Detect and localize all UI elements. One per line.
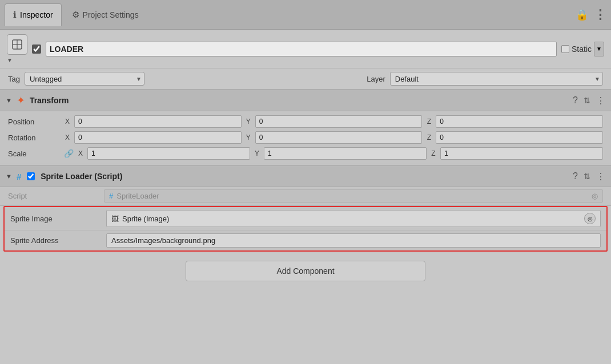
tab-inspector-label: Inspector xyxy=(20,10,53,19)
highlighted-section: Sprite Image 🖼 Sprite (Image) ◎ Sprite A… xyxy=(3,206,608,252)
rotation-x-label: X xyxy=(64,134,71,141)
gameobject-active-checkbox[interactable] xyxy=(32,45,41,54)
add-component-button[interactable]: Add Component xyxy=(186,261,425,281)
sprite-loader-sliders-icon[interactable]: ⇅ xyxy=(584,172,590,181)
sprite-address-value: Assets/Images/background.png xyxy=(106,233,601,248)
static-row: Static ▼ xyxy=(561,42,604,56)
tab-bar-actions: 🔒 ⋮ xyxy=(576,7,606,22)
sprite-loader-section-header: ▼ # Sprite Loader (Script) ? ⇅ ⋮ xyxy=(0,165,611,187)
tag-label: Tag xyxy=(8,75,20,83)
transform-section-header: ▼ ✦ Transform ? ⇅ ⋮ xyxy=(0,90,611,111)
position-x-label: X xyxy=(64,118,71,126)
static-label: Static xyxy=(572,45,592,54)
gameobject-icon-arrow[interactable]: ▼ xyxy=(7,57,13,63)
gameobject-header: ▼ Static ▼ xyxy=(0,30,611,68)
transform-sliders-icon[interactable]: ⇅ xyxy=(584,96,590,105)
rotation-y-label: Y xyxy=(245,134,252,141)
transform-help-icon[interactable]: ? xyxy=(573,95,578,106)
transform-section: Position X Y Z Rotation X Y Z Scale xyxy=(0,111,611,164)
layer-label: Layer xyxy=(367,75,385,83)
scale-z-label: Z xyxy=(430,149,437,157)
sprite-image-text: Sprite (Image) xyxy=(122,215,169,223)
gameobject-icon-wrap: ▼ xyxy=(7,34,27,63)
sprite-loader-help-icon[interactable]: ? xyxy=(573,171,578,181)
sprite-loader-script-section: Script # SpriteLoader ◎ xyxy=(0,187,611,206)
sprite-address-text: Assets/Images/background.png xyxy=(111,236,215,245)
scale-lock-icon[interactable]: 🔗 xyxy=(64,149,74,158)
scale-y-label: Y xyxy=(254,149,260,157)
static-checkbox[interactable] xyxy=(561,45,569,53)
script-value-text: SpriteLoader xyxy=(116,192,159,200)
tab-inspector[interactable]: ℹ Inspector xyxy=(5,3,62,26)
tag-select-wrap[interactable]: Untagged ▼ xyxy=(25,72,144,86)
script-row: Script # SpriteLoader ◎ xyxy=(0,187,611,205)
sprite-loader-chevron[interactable]: ▼ xyxy=(6,173,12,180)
sprite-image-value: 🖼 Sprite (Image) ◎ xyxy=(106,210,601,227)
position-z-label: Z xyxy=(425,118,432,126)
transform-more-icon[interactable]: ⋮ xyxy=(596,95,605,106)
layer-select[interactable]: Default xyxy=(390,72,603,86)
position-label: Position xyxy=(8,118,59,126)
sprite-loader-more-icon[interactable]: ⋮ xyxy=(596,171,605,182)
script-row-label: Script xyxy=(8,192,99,200)
info-icon: ℹ xyxy=(13,10,17,20)
scale-x-input[interactable] xyxy=(87,147,250,160)
position-x-input[interactable] xyxy=(74,115,242,128)
rotation-label: Rotation xyxy=(8,134,59,142)
position-z-input[interactable] xyxy=(436,115,603,128)
transform-scale-row: Scale 🔗 X Y Z xyxy=(0,145,611,161)
layer-select-wrap[interactable]: Default ▼ xyxy=(390,72,603,86)
sprite-loader-active-checkbox[interactable] xyxy=(27,172,35,180)
transform-section-actions: ? ⇅ ⋮ xyxy=(573,95,605,106)
sprite-image-target-btn[interactable]: ◎ xyxy=(584,213,596,224)
transform-position-row: Position X Y Z xyxy=(0,114,611,130)
transform-rotation-row: Rotation X Y Z xyxy=(0,130,611,145)
scale-label: Scale xyxy=(8,149,59,158)
scale-y-input[interactable] xyxy=(264,147,427,160)
tab-project-settings-label: Project Settings xyxy=(83,10,139,19)
gear-icon: ⚙ xyxy=(72,10,79,20)
tab-bar: ℹ Inspector ⚙ Project Settings 🔒 ⋮ xyxy=(0,0,611,30)
gameobject-name-input[interactable] xyxy=(46,42,557,56)
sprite-loader-section-actions: ? ⇅ ⋮ xyxy=(573,171,605,182)
rotation-z-label: Z xyxy=(425,134,432,141)
scale-z-input[interactable] xyxy=(440,147,603,160)
sprite-loader-title: Sprite Loader (Script) xyxy=(41,172,568,181)
gameobject-icon xyxy=(7,34,27,55)
transform-title: Transform xyxy=(30,96,568,105)
inspector-panel: ℹ Inspector ⚙ Project Settings 🔒 ⋮ ▼ xyxy=(0,0,611,364)
scale-x-label: X xyxy=(77,149,84,157)
position-y-input[interactable] xyxy=(255,115,423,128)
rotation-x-input[interactable] xyxy=(74,131,242,144)
transform-icon: ✦ xyxy=(17,94,25,107)
more-menu-icon[interactable]: ⋮ xyxy=(594,7,606,22)
scale-fields: 🔗 X Y Z xyxy=(64,147,603,160)
position-y-label: Y xyxy=(245,118,252,126)
sprite-image-row: Sprite Image 🖼 Sprite (Image) ◎ xyxy=(5,207,606,230)
script-target-icon[interactable]: ◎ xyxy=(592,192,598,200)
script-hash-value-icon: # xyxy=(109,192,113,200)
transform-chevron[interactable]: ▼ xyxy=(6,97,12,104)
sprite-image-label: Sprite Image xyxy=(10,215,102,223)
add-component-section: Add Component xyxy=(0,252,611,290)
rotation-y-input[interactable] xyxy=(255,131,423,144)
static-dropdown-btn[interactable]: ▼ xyxy=(594,42,604,56)
script-hash-icon: # xyxy=(17,172,21,181)
lock-icon[interactable]: 🔒 xyxy=(576,9,588,21)
rotation-z-input[interactable] xyxy=(436,131,603,144)
tag-select[interactable]: Untagged xyxy=(25,72,144,86)
position-fields: X Y Z xyxy=(64,115,603,128)
tag-layer-row: Tag Untagged ▼ Layer Default ▼ xyxy=(0,68,611,90)
sprite-address-row: Sprite Address Assets/Images/background.… xyxy=(5,230,606,250)
tab-project-settings[interactable]: ⚙ Project Settings xyxy=(64,3,147,26)
sprite-address-label: Sprite Address xyxy=(10,236,102,245)
sprite-image-icon: 🖼 xyxy=(111,215,119,223)
script-row-value: # SpriteLoader ◎ xyxy=(104,189,603,203)
rotation-fields: X Y Z xyxy=(64,131,603,144)
